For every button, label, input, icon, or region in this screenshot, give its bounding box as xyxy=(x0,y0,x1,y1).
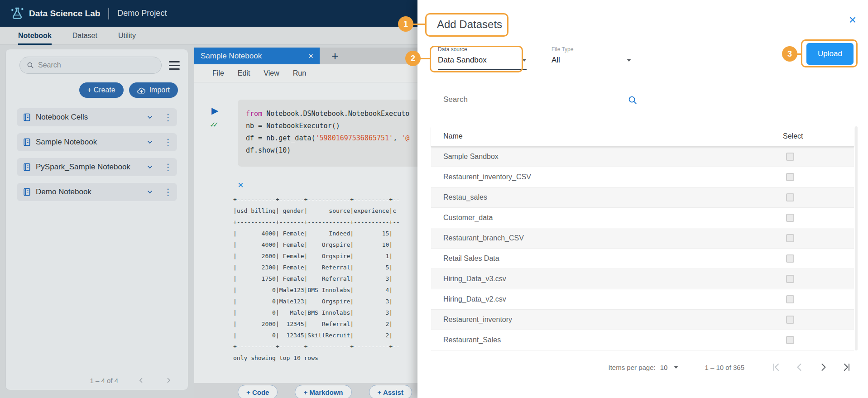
dropdown-caret-icon xyxy=(522,59,527,62)
dataset-checkbox[interactable] xyxy=(786,234,794,242)
dataset-row[interactable]: Customer_data xyxy=(431,208,854,228)
dataset-checkbox[interactable] xyxy=(786,173,794,181)
dataset-checkbox[interactable] xyxy=(786,316,794,324)
dataset-row[interactable]: Hiring_Data_v2.csv xyxy=(431,289,854,310)
dataset-name: Customer_data xyxy=(431,214,493,222)
data-source-value: Data Sandbox xyxy=(438,56,487,65)
datasets-table-rows: Sample Sandbox Restaurent_inventory_CSV … xyxy=(431,147,854,350)
datasets-table-header: Name Select xyxy=(431,126,854,147)
dataset-checkbox[interactable] xyxy=(786,336,794,344)
dataset-row[interactable]: Restau_sales xyxy=(431,187,854,208)
dataset-checkbox[interactable] xyxy=(786,295,794,303)
dataset-name: Hiring_Data_v3.csv xyxy=(431,275,506,283)
dropdown-caret-icon xyxy=(627,59,631,62)
dataset-name: Restaurant_branch_CSV xyxy=(431,234,524,242)
app-root: Data Science Lab Demo Project Notebook D… xyxy=(0,0,868,398)
data-source-select[interactable]: Data source Data Sandbox xyxy=(438,46,527,70)
dataset-checkbox[interactable] xyxy=(786,254,794,263)
items-per-page-value: 10 xyxy=(660,364,668,371)
close-drawer-icon[interactable]: × xyxy=(849,14,856,26)
dataset-name: Sample Sandbox xyxy=(431,153,499,161)
table-paginator: Items per page: 10 1 – 10 of 365 xyxy=(431,357,854,378)
dataset-row[interactable]: Retail Sales Data xyxy=(431,249,854,269)
column-header-select: Select xyxy=(783,132,803,140)
dataset-checkbox[interactable] xyxy=(786,193,794,201)
dataset-name: Restaurent_inventory xyxy=(431,316,512,324)
dataset-name: Retail Sales Data xyxy=(431,254,499,263)
last-page-button[interactable] xyxy=(841,362,852,373)
dataset-name: Restaurent_inventory_CSV xyxy=(431,173,531,181)
prev-page-button[interactable] xyxy=(794,362,805,373)
dataset-row[interactable]: Restaurant_Sales xyxy=(431,330,854,350)
dataset-name: Restaurant_Sales xyxy=(431,336,501,344)
dataset-search-input[interactable] xyxy=(443,95,620,104)
file-type-label: File Type xyxy=(551,46,631,53)
dataset-search[interactable] xyxy=(438,91,640,113)
dataset-checkbox[interactable] xyxy=(786,214,794,222)
column-header-name: Name xyxy=(431,132,463,140)
dataset-row[interactable]: Restaurent_inventory_CSV xyxy=(431,167,854,187)
file-type-select[interactable]: File Type All xyxy=(551,46,631,69)
dataset-row[interactable]: Restaurant_branch_CSV xyxy=(431,228,854,249)
search-icon[interactable] xyxy=(628,95,638,107)
items-per-page-select[interactable]: 10 xyxy=(660,364,679,371)
dataset-row[interactable]: Sample Sandbox xyxy=(431,147,854,167)
dropdown-caret-icon xyxy=(674,366,678,369)
dataset-name: Restau_sales xyxy=(431,193,487,201)
datasets-table: Name Select Sample Sandbox Restaurent_in… xyxy=(431,126,854,350)
file-type-value: All xyxy=(551,56,560,65)
dataset-row[interactable]: Restaurent_inventory xyxy=(431,310,854,330)
drawer-title: Add Datasets xyxy=(437,18,502,31)
items-per-page-label: Items per page: xyxy=(609,364,656,371)
drawer-backdrop[interactable] xyxy=(0,0,417,398)
next-page-button[interactable] xyxy=(818,362,829,373)
first-page-button[interactable] xyxy=(771,362,782,373)
page-range-label: 1 – 10 of 365 xyxy=(705,364,744,371)
upload-button[interactable]: Upload xyxy=(806,43,854,65)
dataset-row[interactable]: Hiring_Data_v3.csv xyxy=(431,269,854,289)
add-datasets-drawer: × Add Datasets Data source Data Sandbox … xyxy=(417,0,868,398)
dataset-name: Hiring_Data_v2.csv xyxy=(431,295,506,303)
table-scrollbar[interactable] xyxy=(855,126,858,350)
dataset-checkbox[interactable] xyxy=(786,153,794,161)
dataset-checkbox[interactable] xyxy=(786,275,794,283)
data-source-label: Data source xyxy=(438,46,527,53)
